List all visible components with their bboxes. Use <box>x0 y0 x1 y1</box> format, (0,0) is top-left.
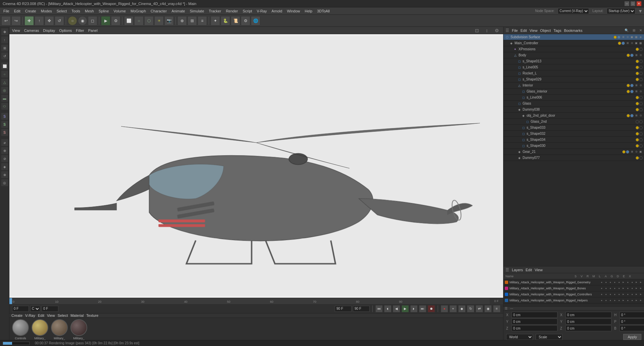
lb1[interactable]: ● <box>600 286 603 290</box>
render-dot-body[interactable] <box>630 54 634 57</box>
menu-render[interactable]: Render <box>224 8 240 14</box>
maximize-button[interactable]: □ <box>631 1 635 6</box>
move-tool-button[interactable]: ↑ <box>35 16 44 25</box>
auto-key-button[interactable]: ● <box>441 305 448 312</box>
render-dot-mc[interactable] <box>622 42 625 45</box>
tree-item-dummy077[interactable]: ◈ Dummy077 <box>503 155 644 161</box>
render-gi[interactable] <box>630 90 634 93</box>
object-tree[interactable]: ⬡ Subdivision Surface ⊞⊙▣▦◈ ◈ Main_Contr… <box>503 34 644 266</box>
vis-dot-mc[interactable] <box>618 42 621 45</box>
lh8[interactable]: ● <box>630 298 634 302</box>
right-menu-view[interactable]: View <box>530 28 538 33</box>
play-button[interactable]: ▶ <box>401 305 409 312</box>
prefs-button[interactable]: ⚙ <box>241 16 250 25</box>
vis-ss033[interactable] <box>636 126 639 129</box>
deformer-tool[interactable]: S <box>1 121 8 128</box>
visibility-dot[interactable] <box>613 36 617 39</box>
mat-menu-select[interactable]: Select <box>58 313 68 318</box>
selection-tool[interactable]: ✥ <box>1 28 8 36</box>
render-interior[interactable] <box>630 84 634 87</box>
mat-menu-vray[interactable]: V-Ray <box>25 313 35 318</box>
vis-ss029[interactable] <box>636 78 639 81</box>
web-button[interactable]: 🌐 <box>251 16 260 25</box>
lh9[interactable]: ► <box>635 298 638 302</box>
coord-z-scale-input[interactable] <box>566 325 611 331</box>
render-settings-button[interactable]: ⚙ <box>111 16 120 25</box>
right-menu-file[interactable]: File <box>512 28 518 33</box>
tree-item-sshape029[interactable]: ◻ s_Shape029 <box>503 76 644 82</box>
render-o2nd[interactable] <box>630 114 634 117</box>
lb3[interactable]: ● <box>608 286 612 290</box>
lh5[interactable]: ● <box>617 298 621 302</box>
lb9[interactable]: ► <box>635 286 638 290</box>
lb5[interactable]: ● <box>617 286 621 290</box>
vis-ss030[interactable] <box>636 144 639 148</box>
viewport-menu-view[interactable]: View <box>12 28 20 33</box>
lc8[interactable]: ● <box>630 292 634 296</box>
end-frame-input[interactable] <box>335 306 352 312</box>
layer-controllers[interactable]: Military_Attack_Helicopter_with_Weapon_R… <box>503 291 644 297</box>
points-mode-button[interactable]: ◉ <box>78 16 87 25</box>
lights-button[interactable]: ☀ <box>154 16 164 25</box>
li1[interactable]: ● <box>600 280 603 284</box>
coord-mode-select[interactable]: World Object Camera <box>506 334 533 340</box>
object-mode-button[interactable]: ○ <box>68 16 77 25</box>
mat-menu-texture[interactable]: Texture <box>86 313 98 318</box>
material-item-3[interactable]: Military_ <box>70 319 87 340</box>
python-button[interactable]: 🐍 <box>221 16 230 25</box>
menu-vray[interactable]: V-Ray <box>255 8 269 14</box>
menu-arnold[interactable]: Arnold <box>270 8 284 14</box>
lc2[interactable]: ● <box>604 292 608 296</box>
layerbar-button[interactable]: ≡ <box>493 305 500 312</box>
start-frame-input[interactable] <box>42 306 58 312</box>
sphere-primitive[interactable]: ○ <box>1 70 8 78</box>
lh3[interactable]: ● <box>608 298 612 302</box>
vis-g21[interactable] <box>622 150 626 154</box>
li2[interactable]: ● <box>604 280 608 284</box>
lh6[interactable]: ► <box>622 298 625 302</box>
viewport-menu-options[interactable]: Options <box>59 28 72 33</box>
loop-button[interactable]: ↻ <box>467 305 474 312</box>
coord-settings-icon[interactable]: ☰ <box>505 307 507 310</box>
transform-mode-select[interactable]: Scale Position Rotation <box>536 334 562 340</box>
right-menu-bookmarks[interactable]: Bookmarks <box>564 28 582 33</box>
redo-button[interactable]: ↪ <box>11 16 21 25</box>
li6[interactable]: ► <box>622 280 625 284</box>
vis-dot-xp[interactable] <box>636 48 639 51</box>
li8[interactable]: ● <box>630 280 634 284</box>
frame-mode-select[interactable]: C <box>30 306 40 312</box>
layer-geometry[interactable]: Military_Attack_Helicopter_with_Weapon_R… <box>503 279 644 285</box>
tree-item-glass-2nd[interactable]: ◻ Glass_2nd <box>503 119 644 125</box>
menu-animate[interactable]: Animate <box>169 8 187 14</box>
bridge-tool[interactable]: ⊗ <box>1 171 8 178</box>
menu-window[interactable]: Window <box>285 8 302 14</box>
cube-primitive[interactable]: ⬜ <box>1 62 8 70</box>
tree-item-glass-interior[interactable]: ◻ Glass_interior ⊞⊙ <box>503 89 644 95</box>
lb7[interactable]: ● <box>626 286 630 290</box>
menu-help[interactable]: Help <box>303 8 315 14</box>
lc10[interactable]: ► <box>639 292 643 296</box>
close-icon[interactable]: ✕ <box>639 28 642 32</box>
tree-item-rocket-l[interactable]: ◻ Rocket_L <box>503 70 644 76</box>
motion-button[interactable]: ◆ <box>458 305 466 312</box>
menu-mesh[interactable]: Mesh <box>83 8 96 14</box>
tree-item-sline005[interactable]: ◻ s_Line005 <box>503 64 644 70</box>
layer-helpers[interactable]: Military_Attack_Helicopter_with_Weapon_R… <box>503 297 644 303</box>
search-icon[interactable]: 🔍 <box>625 28 629 32</box>
menu-file[interactable]: File <box>1 8 11 14</box>
vis-d077[interactable] <box>636 156 639 160</box>
viewport-sync-icon[interactable]: ↕ <box>486 28 488 33</box>
vis-o2nd[interactable] <box>627 114 630 117</box>
lh4[interactable]: ● <box>613 298 616 302</box>
tree-item-sshape034[interactable]: ◻ s_Shape034 <box>503 137 644 143</box>
effector-tool[interactable]: S <box>1 129 8 136</box>
torus-primitive[interactable]: ◎ <box>1 86 8 94</box>
tree-item-sshape032[interactable]: ◻ s_Shape032 <box>503 131 644 137</box>
viewport[interactable] <box>9 34 503 298</box>
script-button[interactable]: 📜 <box>231 16 240 25</box>
coord-x-scale-input[interactable] <box>566 312 611 318</box>
layers-menu-icon[interactable]: ☰ <box>505 268 509 272</box>
goto-start-button[interactable]: ⏮ <box>375 305 383 312</box>
menu-modes[interactable]: Modes <box>39 8 54 14</box>
mat-menu-edit[interactable]: Edit <box>38 313 44 318</box>
